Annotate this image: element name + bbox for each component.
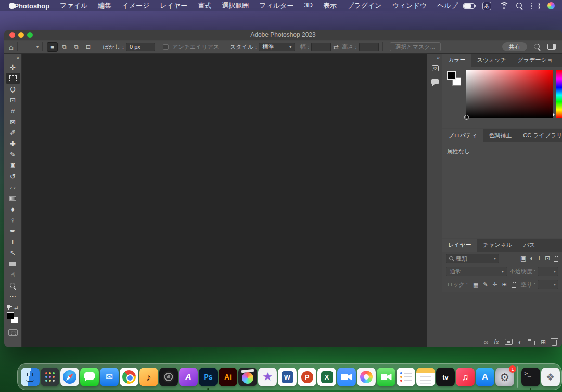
width-input[interactable] xyxy=(311,43,331,51)
files-app[interactable]: ❖ xyxy=(541,368,560,386)
minimize-button[interactable] xyxy=(18,32,24,38)
antialias-checkbox[interactable] xyxy=(163,44,169,50)
healing-brush-tool[interactable]: ✚ xyxy=(6,138,20,149)
color-picker-indicator[interactable] xyxy=(464,115,469,120)
saturation-field[interactable] xyxy=(466,70,553,118)
tab-properties-2[interactable]: CC ライブラリ xyxy=(517,129,562,142)
fill-input[interactable]: ▾ xyxy=(538,280,558,289)
crop-tool[interactable]: # xyxy=(6,106,20,116)
quick-mask-icon[interactable] xyxy=(8,329,18,336)
default-colors-icon[interactable]: ⇄ xyxy=(7,305,18,310)
menu-item-8[interactable]: 表示 xyxy=(318,1,342,10)
swap-colors-icon[interactable]: ⇄ xyxy=(14,305,18,310)
layer-mask-icon[interactable] xyxy=(505,339,513,345)
intersect-selection-button[interactable]: ⊡ xyxy=(83,42,94,52)
type-tool[interactable]: T xyxy=(6,237,20,247)
adjustment-layer-icon[interactable]: ◐ xyxy=(518,338,522,346)
collapse-panels-icon[interactable]: « xyxy=(437,55,440,61)
menu-app-name[interactable]: Photoshop xyxy=(9,2,55,10)
chrome[interactable] xyxy=(120,368,138,386)
search-icon[interactable] xyxy=(534,44,541,50)
comments-panel-icon[interactable] xyxy=(430,77,440,86)
lock-artboard-icon[interactable]: ⊞ xyxy=(502,281,507,288)
filter-adjustment-icon[interactable]: ◐ xyxy=(530,255,533,262)
excel[interactable]: X xyxy=(317,368,336,386)
frame-tool[interactable]: ⊠ xyxy=(6,116,20,127)
tab-color-2[interactable]: グラデーショ xyxy=(512,54,558,67)
input-source-icon[interactable]: あ xyxy=(482,2,491,10)
menu-item-6[interactable]: フィルター xyxy=(254,1,299,10)
delete-layer-icon[interactable] xyxy=(552,340,557,346)
safari[interactable] xyxy=(60,368,79,386)
photos[interactable] xyxy=(357,368,376,386)
control-center-icon[interactable] xyxy=(531,3,540,9)
layer-style-icon[interactable]: fx xyxy=(494,338,499,346)
style-select[interactable]: 標準 ▾ xyxy=(259,43,295,51)
photoshop[interactable]: Ps xyxy=(199,368,218,386)
menu-item-7[interactable]: 3D xyxy=(299,1,318,10)
blur-tool[interactable]: ♦ xyxy=(6,204,20,215)
menu-item-4[interactable]: 書式 xyxy=(193,1,216,10)
title-bar[interactable]: Adobe Photoshop 2023 xyxy=(4,30,562,40)
mail[interactable]: ✉ xyxy=(100,368,119,386)
imovie[interactable]: ★ xyxy=(258,368,277,386)
guitar-music-app[interactable]: ♪ xyxy=(139,368,158,386)
add-selection-button[interactable]: ⧉ xyxy=(59,42,70,52)
lock-transparent-pixels-icon[interactable]: ▦ xyxy=(473,281,478,288)
tab-color-1[interactable]: スウォッチ xyxy=(471,54,512,67)
path-selection-tool[interactable]: ↖ xyxy=(6,247,20,258)
swap-dimensions-icon[interactable]: ⇄ xyxy=(333,43,339,51)
subtract-selection-button[interactable]: ⧉ xyxy=(71,42,82,52)
new-group-icon[interactable] xyxy=(528,341,535,345)
tab-color-0[interactable]: カラー xyxy=(442,54,471,67)
music[interactable]: ♫ xyxy=(456,368,475,386)
lasso-tool[interactable]: Ϙ xyxy=(6,84,20,95)
lock-position-icon[interactable]: ✛ xyxy=(493,281,497,288)
height-input[interactable] xyxy=(359,43,379,51)
foreground-color-swatch[interactable] xyxy=(7,312,14,319)
shape-tool[interactable] xyxy=(6,258,20,269)
pen-tool[interactable]: ✒ xyxy=(6,226,20,237)
launchpad[interactable] xyxy=(41,368,59,386)
eyedropper-tool[interactable]: ✐ xyxy=(6,127,20,138)
menu-item-1[interactable]: 編集 xyxy=(93,1,117,10)
rectangular-marquee-tool[interactable] xyxy=(6,73,20,84)
blend-mode-select[interactable]: 通常 ▾ xyxy=(446,267,507,276)
terminal[interactable]: >_ xyxy=(521,368,540,386)
more-tools[interactable]: ⋯ xyxy=(6,291,20,302)
history-brush-tool[interactable]: ↺ xyxy=(6,171,20,182)
siri-icon[interactable] xyxy=(547,2,555,9)
filter-smart-object-icon[interactable] xyxy=(554,258,558,262)
layers-list[interactable] xyxy=(442,292,562,336)
wifi-icon[interactable] xyxy=(499,2,508,9)
clone-stamp-tool[interactable]: ♜ xyxy=(6,160,20,171)
notes[interactable] xyxy=(416,368,435,386)
eraser-tool[interactable]: ▱ xyxy=(6,182,20,193)
dodge-tool[interactable]: ♀ xyxy=(6,215,20,226)
finder[interactable] xyxy=(21,368,40,386)
zoom[interactable] xyxy=(337,368,356,386)
tab-layers-0[interactable]: レイヤー xyxy=(442,239,477,252)
menu-item-9[interactable]: プラグイン xyxy=(342,1,387,10)
foreground-color-swatch[interactable] xyxy=(447,71,456,80)
move-tool[interactable]: ✛ xyxy=(6,62,20,73)
tab-layers-2[interactable]: パス xyxy=(518,239,541,252)
word[interactable]: W xyxy=(278,368,297,386)
menu-item-0[interactable]: ファイル xyxy=(55,1,93,10)
menu-item-10[interactable]: ウィンドウ xyxy=(387,1,432,10)
hand-tool[interactable]: ☝ xyxy=(6,269,20,280)
feather-input[interactable]: 0 px xyxy=(126,43,155,51)
home-icon[interactable]: ⌂ xyxy=(9,43,14,51)
powerpoint[interactable]: P xyxy=(298,368,316,386)
new-layer-icon[interactable]: ⊞ xyxy=(541,338,546,346)
menu-item-5[interactable]: 選択範囲 xyxy=(216,1,254,10)
illustrator[interactable]: Ai xyxy=(219,368,237,386)
filter-type-icon[interactable]: T xyxy=(538,255,541,262)
filter-pixel-icon[interactable]: ▣ xyxy=(520,255,526,262)
affinity-photo[interactable]: A xyxy=(179,368,198,386)
lock-image-pixels-icon[interactable]: ✎ xyxy=(483,281,488,288)
select-and-mask-button[interactable]: 選択とマスク... xyxy=(390,42,441,51)
gradient-tool[interactable] xyxy=(6,193,20,204)
brush-tool[interactable]: ✎ xyxy=(6,149,20,160)
tab-properties-0[interactable]: プロパティ xyxy=(442,129,483,142)
